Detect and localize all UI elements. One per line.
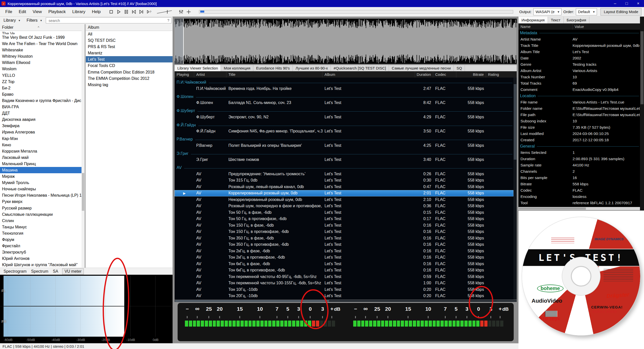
playlist-tab[interactable]: Library Viewer Selection bbox=[175, 65, 221, 71]
playlist-vertical-scrollbar[interactable] bbox=[513, 78, 517, 300]
column-header-playing[interactable]: Playing bbox=[175, 71, 194, 78]
menu-playback[interactable]: Playback bbox=[45, 8, 69, 15]
playlist-row[interactable]: AVТон 2кГц, в фазе, -6dbLet's Test0:16FL… bbox=[175, 248, 513, 254]
folder-item[interactable]: Юрий Антонов bbox=[0, 255, 85, 262]
column-header-album[interactable]: Album bbox=[323, 71, 415, 78]
folder-item[interactable]: Мумий Тролль bbox=[0, 180, 85, 186]
folder-item[interactable]: Whitesnake bbox=[0, 47, 85, 53]
playlist-row[interactable]: Р.ВагнерПолет Валькирий из оперы 'Вальки… bbox=[175, 142, 513, 149]
previous-button[interactable] bbox=[130, 9, 138, 15]
search-input[interactable] bbox=[48, 18, 167, 23]
info-tab-текст[interactable]: Текст bbox=[548, 17, 564, 23]
info-tab-биография[interactable]: Биография bbox=[564, 17, 590, 23]
playlist-tab[interactable]: Лучшее из 80-90-х bbox=[293, 65, 331, 71]
album-item[interactable]: Emma Competition Disc Edition 2018 bbox=[86, 69, 173, 75]
playlist-row[interactable]: Ф.ШубертЭкспромт, соч. 90, N2Let's Test4… bbox=[175, 114, 513, 120]
crosshair-icon[interactable] bbox=[185, 9, 192, 15]
column-header-codec[interactable]: Codec bbox=[433, 71, 456, 78]
filters-dropdown[interactable]: Filters ▼ bbox=[24, 17, 45, 23]
folder-scrollbar[interactable] bbox=[82, 31, 85, 268]
album-item[interactable]: Missing tag bbox=[86, 82, 173, 88]
folder-item[interactable]: Кар-Мэн bbox=[0, 135, 85, 142]
scrollbar-thumb[interactable] bbox=[519, 207, 586, 210]
folder-item[interactable]: Ласковый май bbox=[0, 154, 85, 161]
folder-item[interactable]: Фристайл bbox=[0, 243, 85, 249]
search-help-icon[interactable]: ? bbox=[167, 18, 169, 22]
volume-slider[interactable] bbox=[156, 10, 174, 14]
visualisation-tab-spectrum[interactable]: Spectrum bbox=[29, 269, 50, 274]
playlist-tab[interactable]: Моя коллекция bbox=[221, 65, 253, 71]
waveform-seekbar[interactable] bbox=[175, 19, 517, 64]
playlist-row[interactable]: ▶AVКоррелированный розовый шум, 0dbLet's… bbox=[175, 190, 513, 197]
playlist-tab[interactable]: Самые лучшие медленные песни bbox=[389, 65, 454, 71]
info-horizontal-scrollbar[interactable] bbox=[518, 207, 640, 210]
folder-item[interactable]: ДДТ bbox=[0, 110, 85, 116]
folder-item[interactable]: Woslom bbox=[0, 66, 85, 72]
folder-item[interactable]: Танцы Минус bbox=[0, 224, 85, 230]
seek-thumb[interactable] bbox=[200, 11, 204, 13]
visualisation-tab-sa[interactable]: SA bbox=[51, 269, 60, 274]
column-header-bitrate[interactable]: Bitrate bbox=[456, 71, 486, 78]
playlist-row[interactable]: AVНекоррелированный розовый шум, 0dbLet'… bbox=[175, 196, 513, 203]
scrollbar-thumb[interactable] bbox=[175, 300, 329, 302]
album-item[interactable]: SQ TEST DISC bbox=[86, 37, 173, 44]
playlist-tab[interactable]: Eurodance Hits 90's bbox=[253, 65, 293, 71]
next-button[interactable] bbox=[138, 9, 145, 15]
playlist-row[interactable]: Э.ГригШествие гномовLet's Test3:40FLAC55… bbox=[175, 157, 513, 163]
playlist-row[interactable]: Ф.Й.ГайднСимфония N45, Фа-диез минор. 'П… bbox=[175, 128, 513, 135]
folder-item[interactable]: Мираж bbox=[0, 173, 85, 180]
playlist-tab[interactable]: #Quicksearch [SQ TEST DISC] bbox=[331, 65, 389, 71]
folder-item[interactable]: Форум bbox=[0, 236, 85, 243]
playlist-row[interactable]: П.И.ЧайковскийВремена года. Ноябрь. На т… bbox=[175, 85, 513, 92]
playlist-row[interactable]: AVТон 40Гц, -10dbLet's Test0:20FLAC558 k… bbox=[175, 299, 513, 300]
folder-item[interactable]: Ирина Аллегрова bbox=[0, 129, 85, 135]
column-header-artist[interactable]: Artist bbox=[194, 71, 226, 78]
folder-item[interactable]: Whitney Houston bbox=[0, 53, 85, 59]
maximize-button[interactable]: □ bbox=[621, 0, 632, 7]
folder-item[interactable]: Сплин bbox=[0, 218, 85, 224]
folder-item[interactable]: Маленький Принц bbox=[0, 161, 85, 167]
playlist-row[interactable]: AVТон 350 Гц, в фазе, -6dbLet's Test0:16… bbox=[175, 235, 513, 241]
seek-bar[interactable] bbox=[199, 10, 513, 14]
menu-edit[interactable]: Edit bbox=[15, 8, 29, 15]
folder-item[interactable]: Кино bbox=[0, 142, 85, 148]
search-box[interactable]: ? bbox=[46, 17, 172, 23]
info-tab-информация[interactable]: Информация bbox=[518, 17, 548, 23]
playlist-row[interactable]: AVРозовый шум, левый-правый канал, 0dbLe… bbox=[175, 184, 513, 190]
menu-file[interactable]: File bbox=[2, 8, 15, 15]
folder-item[interactable]: YELLO bbox=[0, 72, 85, 79]
playlist-row[interactable]: Ф.ШопенБаллада N1. Соль-минор, соч. 23Le… bbox=[175, 100, 513, 106]
play-button[interactable] bbox=[115, 9, 123, 15]
folder-item[interactable]: Песни Игоря Николаева - Мельница (LP) 1.… bbox=[0, 192, 85, 198]
folder-item[interactable]: Руки вверх bbox=[0, 198, 85, 205]
folder-item[interactable]: Би-2 bbox=[0, 85, 85, 91]
album-item[interactable]: Marantz bbox=[86, 50, 173, 56]
output-select[interactable]: WASAPI (e ▼ bbox=[533, 8, 561, 15]
playlist-row[interactable]: AVТон переменной частоты 40-95Гц, -6db, … bbox=[175, 273, 513, 280]
album-item[interactable]: The EMMA Competition Disc 2012 bbox=[86, 75, 173, 82]
folder-item[interactable]: ВИА-ГРА bbox=[0, 104, 85, 110]
playlist-row[interactable]: AVТон 150 Гц, в фазе, -6dbLet's Test0:16… bbox=[175, 222, 513, 229]
playlist-row[interactable]: AVТон переменной частоты 100-155Гц, -6db… bbox=[175, 280, 513, 287]
name-column-header[interactable]: Name bbox=[518, 23, 573, 30]
playlist-row[interactable]: AVТон 6кГц, в фазе, -6dbLet's Test0:16FL… bbox=[175, 261, 513, 267]
folder-item[interactable]: Коррозия Металла bbox=[0, 148, 85, 154]
library-dropdown[interactable]: Library ▼ bbox=[1, 17, 23, 23]
album-item[interactable]: All bbox=[86, 31, 173, 37]
equalizer-icon[interactable] bbox=[177, 9, 185, 15]
folder-item[interactable]: The Ve bbox=[0, 31, 85, 34]
folder-item[interactable]: Русский размер bbox=[0, 205, 85, 211]
stop-button[interactable] bbox=[107, 9, 115, 15]
album-column-header[interactable]: Album bbox=[86, 24, 173, 31]
playlist-row[interactable]: AVТон 50 Гц, в противофазе, -6dbLet's Te… bbox=[175, 216, 513, 222]
playlist-horizontal-scrollbar[interactable] bbox=[175, 300, 517, 302]
random-button[interactable]: ? bbox=[145, 9, 153, 15]
playlist-row[interactable]: AVТон 2кГц, в противофазе, -6dbLet's Tes… bbox=[175, 254, 513, 261]
column-header-title[interactable]: Title bbox=[226, 71, 323, 78]
folder-item[interactable]: Дискотека авария bbox=[0, 116, 85, 123]
info-vertical-scrollbar[interactable] bbox=[640, 17, 644, 210]
waveform-canvas[interactable] bbox=[175, 19, 517, 64]
playlist-row[interactable]: AVПредупреждение: 'Уменьшить громкость'L… bbox=[175, 171, 513, 177]
playlist-row[interactable]: AVРозовый шум, поочередно в фазе и проти… bbox=[175, 203, 513, 210]
album-item[interactable]: PRS & RS Test bbox=[86, 44, 173, 50]
